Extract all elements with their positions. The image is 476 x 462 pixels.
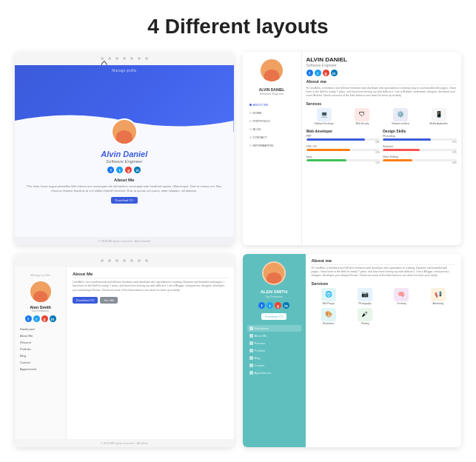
card1-footer: © 2018 All rights reserved - Alvin Danie… bbox=[15, 237, 234, 245]
linkedin-icon[interactable]: in bbox=[134, 167, 141, 173]
card3-nav bbox=[15, 254, 234, 267]
twitter-icon[interactable]: t bbox=[116, 167, 123, 173]
card3-sidebar: Manage profile Alen Smith Top Freelancer… bbox=[15, 267, 67, 439]
c3-menu-about[interactable]: About Me bbox=[19, 332, 62, 338]
avatar-body-4 bbox=[267, 272, 281, 284]
card1-socials: f t g in bbox=[107, 167, 141, 173]
nav-icon-chart bbox=[130, 57, 133, 60]
web-skills-title: Web developer bbox=[306, 129, 381, 133]
google-icon[interactable]: g bbox=[125, 167, 132, 173]
facebook-icon[interactable]: f bbox=[107, 167, 114, 173]
c3-menu-resume[interactable]: Resume bbox=[19, 339, 62, 345]
menu-dot bbox=[249, 104, 252, 106]
card3-main: About Me I am Alen, I am a professional … bbox=[67, 267, 234, 439]
c3-menu-appointment[interactable]: Appointment bbox=[19, 366, 62, 372]
c4-menu-resume[interactable]: Resume bbox=[247, 340, 301, 346]
c4-menu-contact[interactable]: Contact bbox=[247, 362, 301, 369]
card1-nav: ⌂ bbox=[15, 52, 234, 65]
c3-gp-icon[interactable]: g bbox=[41, 315, 48, 322]
card3-about-title: About Me bbox=[73, 272, 228, 278]
skill-css: CSS / JS 60% bbox=[306, 145, 381, 154]
c4-paint-icon: 🖌 bbox=[358, 308, 372, 321]
c4-menu-portfolio[interactable]: Portfolio bbox=[247, 347, 301, 354]
c4-menu-dashboard[interactable]: Dashboard bbox=[247, 325, 301, 332]
fb-icon[interactable]: f bbox=[306, 70, 313, 76]
c3-menu-portfolio[interactable]: Portfolio bbox=[19, 346, 62, 352]
nav-icon-user-3 bbox=[108, 259, 111, 262]
card4-services-row2: 🎨 Illustrations 🖌 Painting bbox=[312, 308, 456, 325]
c3-menu-dashboard[interactable]: Dashboard bbox=[19, 326, 62, 332]
c4-menu-icon bbox=[249, 349, 253, 352]
c4-service-paint: 🖌 Painting bbox=[348, 308, 382, 325]
skill-php: PHP 80% bbox=[306, 135, 381, 144]
c4-menu-blog[interactable]: Blog bbox=[247, 355, 301, 361]
c4-menu-icon bbox=[249, 341, 253, 345]
sidebar-menu-home[interactable]: HOME bbox=[247, 110, 297, 116]
sidebar-menu-portfolio[interactable]: PORTFOLIO bbox=[247, 118, 297, 124]
service-item: ⚙️ Software architect bbox=[383, 108, 419, 125]
menu-dot bbox=[249, 136, 252, 138]
card2-avatar bbox=[261, 59, 283, 81]
gp-icon[interactable]: g bbox=[323, 70, 329, 76]
card3-socials: f t g in bbox=[19, 315, 62, 322]
avatar-body-2 bbox=[264, 70, 280, 82]
card3-hire-btn[interactable]: Hire Me bbox=[100, 297, 118, 304]
card4-menu: Dashboard About Me Resume Portfolio Blog bbox=[247, 325, 301, 376]
c4-menu-about[interactable]: About Me bbox=[247, 332, 301, 339]
c4-gp-icon[interactable]: g bbox=[275, 302, 281, 309]
card2-role: Software Engineer bbox=[306, 63, 457, 67]
c4-tw-icon[interactable]: t bbox=[267, 302, 273, 309]
c4-photo-lbl: Photography bbox=[359, 302, 372, 305]
c3-menu-blog[interactable]: Blog bbox=[19, 352, 62, 358]
card2-about-text: Hi I am Alvin, a freelance and full time… bbox=[306, 87, 457, 98]
card1-about-title: About Me bbox=[114, 178, 134, 182]
service-mob-label: Mobile Application bbox=[430, 122, 448, 125]
card4-services-row1: 🌐 Web Ресурс 📷 Photography 🧠 Creativity … bbox=[312, 288, 456, 305]
service-mob-icon: 📱 bbox=[432, 108, 446, 121]
card1-download-btn[interactable]: Download CV bbox=[111, 197, 138, 204]
menu-dot bbox=[249, 120, 252, 122]
page-title: 4 Different layouts bbox=[147, 15, 328, 38]
sidebar-menu-info[interactable]: INFORMATION bbox=[247, 142, 297, 149]
c4-li-icon[interactable]: in bbox=[283, 302, 289, 309]
card3-role: Top Freelancer bbox=[19, 309, 62, 312]
c4-menu-appointment[interactable]: Appointment bbox=[247, 369, 301, 376]
card4-main: About me Hi I am Alen, a freelance and f… bbox=[306, 254, 462, 447]
skills-row: Web developer PHP 80% CSS / JS bbox=[306, 129, 457, 166]
c4-adv-icon: 📢 bbox=[431, 288, 446, 301]
sidebar-menu-blog[interactable]: BLOG bbox=[247, 126, 297, 133]
card4-cv-btn[interactable]: Download CV bbox=[261, 313, 286, 320]
sidebar-menu-contact[interactable]: CONTACT bbox=[247, 134, 297, 141]
card4-name: ALEN SMITH bbox=[247, 289, 301, 294]
nav-icon-more-3 bbox=[145, 259, 148, 262]
c4-creative-icon: 🧠 bbox=[394, 288, 409, 301]
c4-menu-icon bbox=[249, 327, 253, 330]
skill-photoshop: Photoshop 65% bbox=[383, 135, 457, 144]
c4-service-adv: 📢 Advertising bbox=[421, 288, 455, 305]
c4-photo-icon: 📷 bbox=[358, 288, 372, 301]
c4-creative-lbl: Creativity bbox=[397, 302, 406, 305]
li-icon[interactable]: in bbox=[331, 70, 338, 76]
layout-grid: ⌂ Manage profile Alvin Daniel Software E… bbox=[15, 52, 461, 447]
sidebar-menu-about[interactable]: ABOUT ME bbox=[247, 101, 297, 108]
c3-tw-icon[interactable]: t bbox=[33, 315, 40, 322]
tw-icon[interactable]: t bbox=[315, 70, 321, 76]
card-2: ALVIN DANIEL Software Engineer ABOUT ME … bbox=[243, 52, 462, 245]
card3-avatar bbox=[30, 281, 51, 302]
card2-sidebar: ALVIN DANIEL Software Engineer ABOUT ME … bbox=[243, 52, 302, 245]
service-sec-label: Web Security bbox=[356, 122, 369, 125]
card3-download-btn[interactable]: Download CV bbox=[73, 297, 98, 304]
c4-fb-icon[interactable]: f bbox=[258, 302, 265, 309]
card3-footer: © 2018 All rights reserved - AlexDev bbox=[15, 439, 234, 447]
c3-menu-contact[interactable]: Contact bbox=[19, 359, 62, 365]
c4-illus-icon: 🎨 bbox=[321, 308, 336, 321]
c3-fb-icon[interactable]: f bbox=[25, 315, 32, 322]
card1-about-text: Plur vitae, fusce augue phasellus fells … bbox=[24, 184, 225, 192]
card1-name: Alvin Daniel bbox=[101, 150, 147, 158]
card2-about-title: About me bbox=[306, 79, 457, 85]
service-item: 📱 Mobile Application bbox=[420, 108, 457, 125]
c4-service-photo: 📷 Photography bbox=[348, 288, 382, 305]
card1-body: Alvin Daniel Software Engineer f t g in … bbox=[15, 132, 234, 237]
card2-inner: ALVIN DANIEL Software Engineer ABOUT ME … bbox=[243, 52, 462, 245]
c3-li-icon[interactable]: in bbox=[50, 315, 56, 322]
